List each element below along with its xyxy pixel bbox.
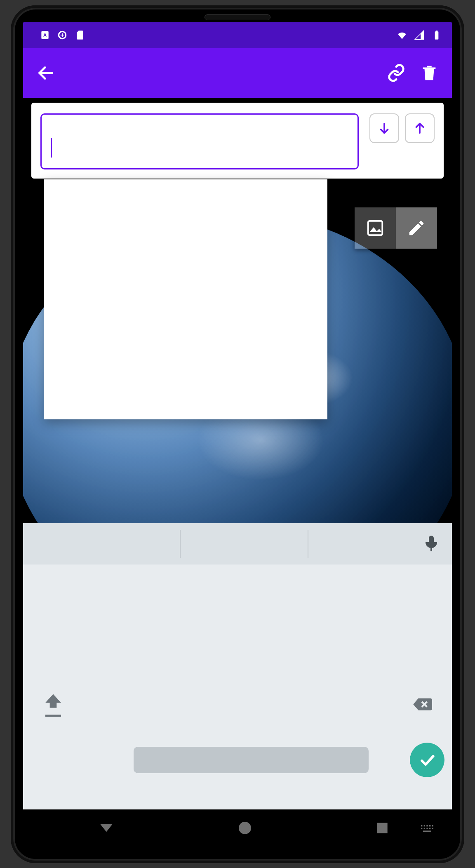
link-button[interactable] <box>382 59 411 87</box>
hide-keyboard-button[interactable] <box>419 821 435 839</box>
battery-icon <box>431 30 442 40</box>
appbar <box>23 48 452 98</box>
enter-key[interactable] <box>410 743 444 777</box>
nav-recents-button[interactable] <box>374 820 390 836</box>
nav-back-button[interactable] <box>97 819 115 837</box>
svg-rect-24 <box>423 830 431 832</box>
svg-rect-13 <box>377 823 387 833</box>
arrow-down-icon <box>377 121 391 135</box>
statusbar: A <box>23 22 452 48</box>
spacebar-key[interactable] <box>134 747 369 773</box>
svg-rect-22 <box>429 828 430 829</box>
triangle-down-icon <box>97 819 115 837</box>
svg-rect-20 <box>424 828 425 829</box>
svg-text:A: A <box>43 33 47 38</box>
arrow-up-icon <box>413 121 427 135</box>
cell-signal-icon <box>414 30 425 40</box>
search-input-container[interactable] <box>40 113 359 169</box>
page-down-button[interactable] <box>369 113 399 143</box>
keyboard-icon <box>419 821 435 837</box>
back-button[interactable] <box>31 59 60 87</box>
nav-home-button[interactable] <box>237 820 253 836</box>
shift-icon <box>43 692 63 712</box>
svg-rect-4 <box>436 31 437 32</box>
pencil-icon <box>407 219 426 238</box>
svg-rect-21 <box>426 828 428 829</box>
circle-icon <box>237 820 253 836</box>
svg-rect-16 <box>426 825 428 826</box>
svg-point-12 <box>239 822 251 834</box>
svg-rect-15 <box>424 825 425 826</box>
suggestions-dropdown <box>44 179 327 419</box>
svg-rect-8 <box>368 221 383 235</box>
data-saver-icon <box>57 30 68 40</box>
system-navbar <box>23 809 452 847</box>
svg-rect-3 <box>435 31 439 40</box>
edit-button[interactable] <box>396 207 437 249</box>
microphone-icon <box>421 533 441 553</box>
image-action-bar <box>355 207 437 249</box>
backspace-key[interactable] <box>399 688 444 721</box>
svg-rect-23 <box>432 828 433 829</box>
page-up-button[interactable] <box>405 113 435 143</box>
text-cursor <box>51 138 52 158</box>
svg-rect-14 <box>421 825 422 826</box>
auto-rotate-icon: A <box>40 30 50 40</box>
backspace-icon <box>412 694 432 715</box>
soft-keyboard <box>23 523 452 809</box>
sd-card-icon <box>74 30 85 40</box>
link-icon <box>387 64 406 82</box>
trash-icon <box>420 64 439 82</box>
svg-rect-18 <box>432 825 433 826</box>
svg-rect-17 <box>429 825 430 826</box>
search-card <box>31 103 444 179</box>
image-button[interactable] <box>355 207 396 249</box>
shift-key[interactable] <box>31 688 76 721</box>
check-icon <box>418 751 436 769</box>
square-icon <box>374 820 390 836</box>
delete-button[interactable] <box>415 59 444 87</box>
image-icon <box>366 219 385 238</box>
keyboard-suggestion-bar[interactable] <box>23 523 452 565</box>
voice-input-button[interactable] <box>421 533 441 553</box>
svg-rect-19 <box>421 828 422 829</box>
wifi-icon <box>397 30 407 40</box>
arrow-left-icon <box>36 64 55 82</box>
